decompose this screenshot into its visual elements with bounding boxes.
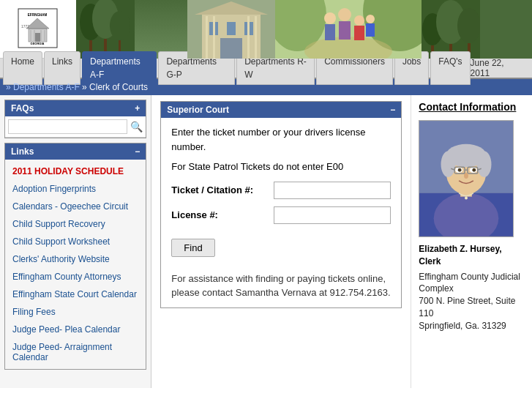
svg-point-35 [338, 8, 351, 21]
svg-rect-36 [339, 21, 351, 40]
trees-right-icon [422, 0, 480, 59]
links-header: Links − [5, 143, 146, 160]
svg-text:EFFINGHAM: EFFINGHAM [28, 13, 48, 17]
list-item: Effingham State Court Calendar [5, 286, 146, 303]
list-item: Filing Fees [5, 303, 146, 321]
link-child-worksheet[interactable]: Child Support Worksheet [12, 236, 110, 247]
svg-rect-25 [206, 16, 208, 59]
nav-departments-af[interactable]: Departments A-F [82, 51, 157, 85]
svg-rect-26 [213, 16, 215, 59]
svg-rect-28 [255, 16, 257, 59]
links-list: 2011 HOLIDAY SCHEDULE Adoption Fingerpri… [5, 160, 146, 369]
contact-title: Contact Information [419, 101, 525, 113]
link-attorneys[interactable]: Effingham County Attorneys [12, 272, 121, 282]
faq-expand-icon[interactable]: + [135, 103, 140, 113]
svg-rect-27 [247, 16, 250, 59]
ticket-label: Ticket / Citation #: [171, 184, 266, 195]
svg-point-60 [473, 168, 476, 172]
link-holiday[interactable]: 2011 HOLIDAY SCHEDULE [12, 166, 124, 176]
trees-left-icon [76, 0, 135, 59]
ticket-row: Ticket / Citation #: [171, 182, 391, 199]
faq-search-icon[interactable]: 🔍 [130, 121, 143, 133]
logo-area: EFFINGHAM GEORGIA 1777 [0, 0, 76, 58]
svg-point-33 [324, 12, 336, 24]
county-seal-icon: EFFINGHAM GEORGIA 1777 [18, 8, 58, 48]
svg-point-44 [457, 8, 480, 43]
links-label: Links [11, 146, 34, 157]
superior-court-box: Superior Court − Enter the ticket number… [160, 101, 402, 308]
svg-rect-3 [34, 33, 41, 42]
svg-rect-40 [366, 23, 375, 37]
superior-court-collapse-icon[interactable]: − [390, 105, 395, 115]
link-clerks-authority[interactable]: Clerks' Authority Website [12, 254, 110, 264]
intro-text-2: For State Patrol Tickets do not enter E0… [171, 160, 391, 174]
license-input[interactable] [274, 206, 391, 224]
faq-box: FAQs + 🔍 [4, 100, 146, 138]
license-row: License #: [171, 206, 391, 224]
list-item: Effingham County Attorneys [5, 268, 146, 286]
link-calendars[interactable]: Calendars - Ogeechee Circuit [12, 201, 128, 212]
faq-header: FAQs + [5, 100, 146, 116]
list-item: Calendars - Ogeechee Circuit [5, 198, 146, 215]
nav-date: June 22, 2011 [471, 58, 529, 78]
contact-name-line3: Complex [419, 283, 525, 295]
breadcrumb-separator: » [82, 82, 89, 92]
find-button[interactable]: Find [171, 239, 214, 257]
link-plea-calendar[interactable]: Judge Peed- Plea Calendar [12, 324, 120, 335]
link-child-support[interactable]: Child Support Recovery [12, 219, 105, 229]
link-filing-fees[interactable]: Filing Fees [12, 307, 56, 317]
nav-faqs[interactable]: FAQ's [430, 51, 470, 85]
contact-address2: Springfield, Ga. 31329 [419, 320, 525, 332]
list-item: Judge Peed- Arraignment Calendar [5, 338, 146, 366]
faq-search-area: 🔍 [5, 116, 146, 138]
contact-person-image [419, 120, 513, 237]
header: EFFINGHAM GEORGIA 1777 [0, 0, 532, 59]
nav-home[interactable]: Home [3, 51, 42, 85]
link-adoption[interactable]: Adoption Fingerprints [12, 184, 96, 194]
svg-text:GEORGIA: GEORGIA [31, 42, 45, 45]
svg-point-55 [441, 152, 456, 177]
svg-rect-22 [227, 22, 236, 35]
svg-rect-5 [34, 30, 35, 42]
svg-rect-7 [44, 30, 45, 42]
content-area: Superior Court − Enter the ticket number… [151, 95, 411, 388]
list-item: Adoption Fingerprints [5, 180, 146, 198]
main-layout: FAQs + 🔍 Links − 2011 HOLIDAY SCHEDULE A… [0, 95, 532, 388]
contact-address1: 700 N. Pine Street, Suite 110 [419, 295, 525, 320]
superior-court-header: Superior Court − [161, 102, 401, 118]
superior-court-body: Enter the ticket number or your drivers … [161, 118, 401, 307]
nav-links[interactable]: Links [44, 51, 80, 85]
svg-point-39 [366, 15, 375, 23]
faq-search-input[interactable] [8, 119, 127, 134]
header-banner [76, 0, 532, 59]
svg-point-67 [465, 197, 468, 200]
svg-point-37 [354, 15, 364, 26]
svg-rect-4 [30, 30, 31, 42]
contact-name-line1: Elizabeth Z. Hursey, Clerk [419, 243, 525, 268]
ticket-input[interactable] [274, 182, 391, 199]
assist-text: For assistance with finding or paying ti… [171, 272, 391, 300]
breadcrumb-departments[interactable]: » Departments A-F [6, 82, 80, 92]
svg-point-14 [110, 11, 130, 40]
links-collapse-icon[interactable]: − [135, 146, 140, 157]
link-state-calendar[interactable]: Effingham State Court Calendar [12, 289, 137, 299]
contact-name-line2: Effingham County Judicial [419, 271, 525, 283]
svg-rect-38 [354, 26, 364, 40]
svg-rect-24 [220, 38, 242, 59]
svg-text:1777: 1777 [21, 24, 29, 29]
breadcrumb-current: Clerk of Courts [89, 82, 148, 92]
list-item: Child Support Worksheet [5, 233, 146, 250]
list-item: Child Support Recovery [5, 215, 146, 233]
links-box: Links − 2011 HOLIDAY SCHEDULE Adoption F… [4, 143, 146, 370]
svg-point-59 [458, 168, 462, 172]
list-item: 2011 HOLIDAY SCHEDULE [5, 163, 146, 180]
faq-label: FAQs [11, 103, 34, 113]
right-panel: Contact Information [411, 95, 532, 388]
svg-point-56 [477, 152, 492, 177]
sidebar: FAQs + 🔍 Links − 2011 HOLIDAY SCHEDULE A… [0, 95, 151, 388]
superior-court-title: Superior Court [167, 105, 229, 115]
contact-photo [419, 120, 514, 237]
family-photo-icon [275, 0, 422, 59]
link-arraignment-calendar[interactable]: Judge Peed- Arraignment Calendar [12, 342, 112, 362]
intro-text-1: Enter the ticket number or your drivers … [171, 125, 391, 154]
